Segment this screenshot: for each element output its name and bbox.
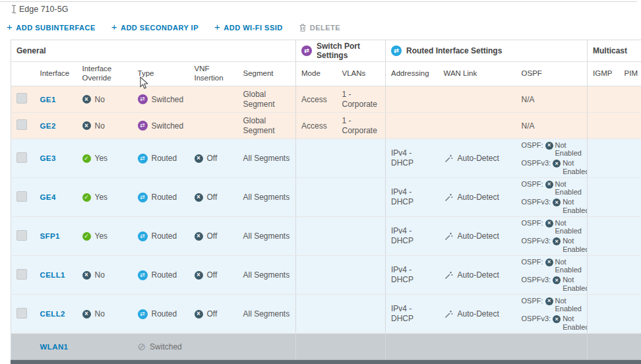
vlans-cell xyxy=(337,217,386,256)
col-mode: Mode xyxy=(296,62,337,86)
mode-cell: Access xyxy=(296,113,337,139)
addressing-cell: IPv4 - DHCP xyxy=(386,178,439,217)
vnf-text: Off xyxy=(207,193,218,202)
ospfv3-value: Not Enabled xyxy=(563,237,587,253)
ospf-label: OSPF: xyxy=(522,141,543,149)
switched-icon xyxy=(138,94,148,104)
vnf-cell: Off xyxy=(189,295,238,334)
row-checkbox[interactable] xyxy=(16,308,27,318)
ospf-value: Not Enabled xyxy=(555,258,582,274)
wan-link-text: Auto-Detect xyxy=(458,270,499,280)
ospf-cell: OSPF:Not Enabled OSPFv3:Not Enabled xyxy=(516,295,588,334)
col-segment: Segment xyxy=(238,62,296,86)
interface-cell: WLAN1 xyxy=(35,334,77,360)
interface-cell: GE3 xyxy=(35,139,77,178)
add-wifi-ssid-button[interactable]: + ADD WI-FI SSID xyxy=(214,22,283,32)
type-text: Switched xyxy=(152,121,184,131)
igmp-cell xyxy=(588,178,619,217)
mode-cell xyxy=(296,295,337,334)
x-circle-icon xyxy=(82,271,91,280)
col-igmp: IGMP xyxy=(588,62,619,86)
table-row[interactable]: WLAN1 Switched xyxy=(11,334,641,360)
segment-cell: Global Segment xyxy=(238,86,296,113)
type-text: Routed xyxy=(152,231,177,241)
type-text: Routed xyxy=(152,154,177,163)
col-type: Type xyxy=(133,62,189,86)
col-addressing: Addressing xyxy=(386,62,439,86)
plus-icon: + xyxy=(7,22,13,32)
ospf-value: Not Enabled xyxy=(555,180,582,197)
row-checkbox[interactable] xyxy=(16,269,27,280)
edge-title-row: Edge 710-5G xyxy=(5,5,641,14)
x-circle-icon xyxy=(82,95,91,104)
addressing-text: IPv4 - DHCP xyxy=(391,226,421,246)
addressing-cell xyxy=(386,334,439,360)
table-row[interactable]: GE3 Yes Routed Off All Segments IPv4 - D… xyxy=(11,139,641,178)
interface-cell: GE2 xyxy=(35,113,77,139)
row-checkbox[interactable] xyxy=(16,191,27,202)
routed-icon xyxy=(138,193,148,202)
table-row[interactable]: GE4 Yes Routed Off All Segments IPv4 - D… xyxy=(11,178,641,217)
pim-cell xyxy=(619,139,641,178)
mode-text: Access xyxy=(301,95,327,104)
col-vnf-insertion: VNF Insertion xyxy=(189,62,238,86)
type-cell: Routed xyxy=(133,178,189,217)
interface-link[interactable]: CELL2 xyxy=(40,310,65,318)
override-text: No xyxy=(95,309,105,318)
add-secondary-ip-button[interactable]: + ADD SECONDARY IP xyxy=(111,22,198,32)
table-row[interactable]: CELL2 No Routed Off All Segments IPv4 - … xyxy=(11,295,641,334)
row-checkbox[interactable] xyxy=(16,152,27,163)
interface-link[interactable]: GE1 xyxy=(40,96,56,104)
ospf-value: Not Enabled xyxy=(555,297,582,313)
group-switch-port: Switch Port Settings xyxy=(296,40,386,62)
add-subinterface-button[interactable]: + ADD SUBINTERFACE xyxy=(7,22,96,32)
group-routed-label: Routed Interface Settings xyxy=(406,46,502,55)
row-checkbox[interactable] xyxy=(16,119,27,130)
igmp-cell xyxy=(588,139,619,178)
type-cell: Switched xyxy=(133,334,189,360)
type-cell: Routed xyxy=(133,217,189,256)
segment-cell: Global Segment xyxy=(238,113,296,139)
vlans-text: 1 - Corporate xyxy=(342,90,381,109)
check-circle-icon xyxy=(82,232,91,241)
plus-icon: + xyxy=(214,22,220,32)
col-interface: Interface xyxy=(35,62,77,86)
table-row[interactable]: GE2 No Switched Global Segment Access 1 … xyxy=(11,113,641,139)
interface-link[interactable]: GE2 xyxy=(40,122,56,130)
edge-title: Edge 710-5G xyxy=(19,5,68,14)
x-circle-icon xyxy=(82,310,91,318)
row-checkbox[interactable] xyxy=(16,93,27,104)
type-cell: Routed xyxy=(133,139,189,178)
ospf-label: OSPF: xyxy=(522,297,543,305)
wand-icon xyxy=(444,231,454,241)
ospfv3-value: Not Enabled xyxy=(563,198,587,214)
row-checkbox-cell xyxy=(11,113,35,139)
table-row[interactable]: CELL1 No Routed Off All Segments IPv4 - … xyxy=(11,256,641,295)
ospf-cell: OSPF:Not Enabled OSPFv3:Not Enabled xyxy=(516,178,588,217)
add-wifi-ssid-label: ADD WI-FI SSID xyxy=(224,24,283,32)
table-row[interactable]: SFP1 Yes Routed Off All Segments IPv4 - … xyxy=(11,217,641,256)
interface-link[interactable]: SFP1 xyxy=(40,232,60,240)
toolbar: + ADD SUBINTERFACE + ADD SECONDARY IP + … xyxy=(7,22,641,32)
ospfv3-value: Not Enabled xyxy=(563,276,587,292)
row-checkbox-cell xyxy=(11,217,35,256)
interface-link[interactable]: CELL1 xyxy=(40,271,65,279)
interface-link[interactable]: GE4 xyxy=(40,193,56,201)
delete-button[interactable]: DELETE xyxy=(299,23,340,32)
segment-text: All Segments xyxy=(243,193,290,202)
segment-cell: All Segments xyxy=(238,295,296,334)
override-text: No xyxy=(95,121,105,131)
mode-cell: Access xyxy=(296,86,337,113)
x-circle-icon xyxy=(553,198,561,206)
addressing-text: IPv4 - DHCP xyxy=(391,304,421,324)
x-circle-icon xyxy=(195,232,203,241)
addressing-cell: IPv4 - DHCP xyxy=(386,217,439,256)
segment-cell xyxy=(238,334,296,360)
interface-link[interactable]: WLAN1 xyxy=(40,343,69,351)
ospf-cell: OSPF:Not Enabled OSPFv3:Not Enabled xyxy=(516,217,588,256)
row-checkbox[interactable] xyxy=(16,230,27,241)
segment-cell: All Segments xyxy=(238,256,296,295)
table-row[interactable]: GE1 No Switched Global Segment Access 1 … xyxy=(11,86,641,113)
interface-link[interactable]: GE3 xyxy=(40,154,56,162)
delete-label: DELETE xyxy=(310,24,340,32)
